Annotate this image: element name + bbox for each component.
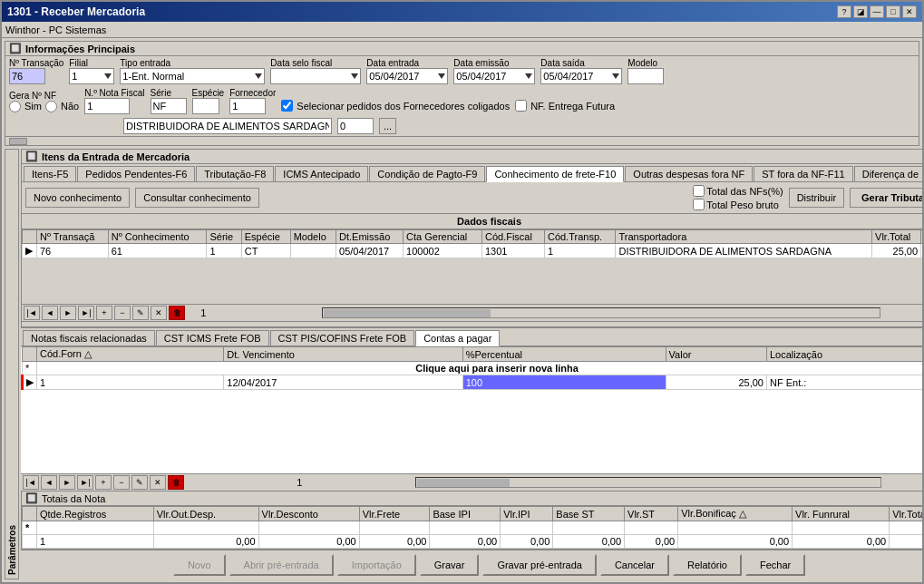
table-row[interactable]: ▶ 76 61 1 CT 05/04/2017 100002: [23, 244, 923, 258]
gravar-pre-button[interactable]: Gravar pré-entrada: [482, 554, 597, 576]
contas-nav-first[interactable]: |◄: [23, 475, 39, 490]
tab-st-fora[interactable]: ST fora da NF-F11: [754, 166, 853, 181]
insert-prompt-row[interactable]: * Clique aqui para inserir nova linha: [23, 362, 923, 375]
data-selo-select[interactable]: [270, 68, 361, 84]
totals-col-vlr-st[interactable]: Vlr.ST: [625, 507, 678, 521]
tab-itens[interactable]: Itens-F5: [24, 166, 76, 181]
col-nr-transacao[interactable]: Nº Transaçã: [37, 230, 109, 244]
total-nfs-check[interactable]: [693, 185, 705, 197]
tab-outras[interactable]: Outras despesas fora NF: [625, 166, 753, 181]
data-emissao-select[interactable]: 05/04/2017: [453, 68, 535, 84]
sub-tab-contas[interactable]: Contas a pagar: [415, 330, 500, 346]
tab-pedidos[interactable]: Pedidos Pendentes-F6: [77, 166, 195, 181]
nav-remove-btn[interactable]: −: [114, 306, 131, 320]
maximize-button[interactable]: □: [886, 5, 900, 18]
contas-grid[interactable]: Cód.Forn △ Dt. Vencimento %Percentual Va…: [21, 346, 922, 473]
totals-col-funrural[interactable]: Vlr. Funrural: [793, 507, 890, 521]
sub-tab-cst-icms[interactable]: CST ICMS Frete FOB: [156, 330, 269, 346]
col-cod-transp[interactable]: Cód.Transp.: [544, 230, 616, 244]
contas-scrollbar-h[interactable]: [415, 477, 882, 488]
restore-button[interactable]: ◪: [853, 5, 868, 18]
contas-cell-percentual[interactable]: 100: [462, 375, 666, 390]
contas-nav-prev[interactable]: ◄: [41, 475, 57, 490]
col-vlr-s[interactable]: Vlr. S: [921, 230, 922, 244]
contas-col-percentual[interactable]: %Percentual: [462, 347, 666, 362]
contas-nav-remove[interactable]: −: [113, 475, 130, 490]
filial-select[interactable]: 1: [69, 68, 114, 84]
importacao-button[interactable]: Importação: [337, 554, 416, 576]
nav-add-btn[interactable]: +: [96, 306, 112, 320]
tab-icms[interactable]: ICMS Antecipado: [275, 166, 368, 181]
sub-tab-cst-pis[interactable]: CST PIS/COFINS Frete FOB: [270, 330, 415, 346]
itens-scrollbar-h[interactable]: [322, 307, 880, 318]
relatorio-button[interactable]: Relatório: [673, 554, 742, 576]
serie-input[interactable]: [151, 98, 187, 114]
distribuidora-input[interactable]: [123, 118, 332, 134]
contas-data-row[interactable]: ▶ 1 12/04/2017 100 25,00 NF Ent.:: [23, 375, 923, 390]
insert-prompt-cell[interactable]: Clique aqui para inserir nova linha: [37, 362, 923, 375]
novo-button[interactable]: Novo: [173, 554, 226, 576]
nav-edit-btn[interactable]: ✎: [132, 306, 149, 320]
nav-delete-btn[interactable]: 🗑: [169, 306, 185, 320]
tab-diferenca[interactable]: Diferença de: [854, 166, 922, 181]
especie-input[interactable]: [192, 98, 219, 114]
col-vlr-total[interactable]: Vlr.Total: [872, 230, 921, 244]
totals-col-desconto[interactable]: Vlr.Desconto: [258, 507, 359, 521]
col-dt-emissao[interactable]: Dt.Emissão: [336, 230, 404, 244]
totals-col-base-st[interactable]: Base ST: [553, 507, 625, 521]
distribuidora-id-input[interactable]: [337, 118, 374, 134]
nr-nota-input[interactable]: [84, 98, 130, 114]
help-button[interactable]: ?: [837, 5, 851, 18]
contas-nav-next[interactable]: ►: [59, 475, 75, 490]
contas-nav-add[interactable]: +: [95, 475, 112, 490]
data-saida-select[interactable]: 05/04/2017: [540, 68, 622, 84]
col-nr-conhecimento[interactable]: Nº Conhecimento: [108, 230, 207, 244]
totals-col-vlr-ipi[interactable]: Vlr.IPI: [501, 507, 553, 521]
distribuir-btn[interactable]: Distribuir: [789, 188, 844, 208]
minimize-button[interactable]: —: [870, 5, 884, 18]
col-transportadora[interactable]: Transportadora: [616, 230, 872, 244]
modelo-input[interactable]: [627, 68, 664, 84]
contas-nav-cancel[interactable]: ✕: [150, 475, 166, 490]
cancelar-button[interactable]: Cancelar: [600, 554, 669, 576]
nr-transacao-input[interactable]: [9, 68, 45, 84]
nav-last-btn[interactable]: ►|: [78, 306, 94, 320]
h-scrollbar-info[interactable]: [5, 136, 919, 145]
sim-radio[interactable]: [9, 101, 21, 112]
consultar-conhecimento-btn[interactable]: Consultar conhecimento: [135, 188, 259, 208]
contas-nav-delete[interactable]: 🗑: [168, 475, 184, 490]
col-cta-gerencial[interactable]: Cta Gerencial: [404, 230, 482, 244]
contas-col-dt-venc[interactable]: Dt. Vencimento: [224, 347, 462, 362]
gravar-button[interactable]: Gravar: [420, 554, 480, 576]
selecionar-check[interactable]: [281, 100, 293, 112]
totals-col-bonificacao[interactable]: Vlr.Bonificaç △: [678, 507, 793, 521]
nav-prev-btn[interactable]: ◄: [42, 306, 58, 320]
tipo-entrada-select[interactable]: 1-Ent. Normal: [120, 68, 265, 84]
totals-col-out-desp[interactable]: Vlr.Out.Desp.: [153, 507, 258, 521]
col-serie[interactable]: Série: [207, 230, 241, 244]
contas-nav-edit[interactable]: ✎: [131, 475, 148, 490]
nf-entrega-check[interactable]: [515, 100, 527, 112]
totals-col-frete[interactable]: Vlr.Frete: [359, 507, 430, 521]
nao-radio[interactable]: [45, 101, 57, 112]
nav-next-btn[interactable]: ►: [60, 306, 76, 320]
contas-col-cod-forn[interactable]: Cód.Forn △: [37, 347, 224, 362]
totals-col-base-ipi[interactable]: Base IPI: [430, 507, 501, 521]
nav-cancel-btn[interactable]: ✕: [151, 306, 167, 320]
params-tab[interactable]: Parâmetros: [5, 149, 19, 579]
nav-first-btn[interactable]: |◄: [24, 306, 40, 320]
fornecedor-input[interactable]: [229, 98, 266, 114]
fechar-button[interactable]: Fechar: [745, 554, 805, 576]
sub-tab-notas[interactable]: Notas fiscais relacionadas: [23, 330, 155, 346]
tab-conhecimento[interactable]: Conhecimento de frete-F10: [486, 166, 624, 182]
contas-col-valor[interactable]: Valor: [666, 347, 766, 362]
novo-conhecimento-btn[interactable]: Novo conhecimento: [25, 188, 130, 208]
data-entrada-select[interactable]: 05/04/2017: [366, 68, 448, 84]
totals-col-vlr-total[interactable]: Vlr.Total: [890, 507, 922, 521]
contas-nav-last[interactable]: ►|: [77, 475, 93, 490]
col-cod-fiscal[interactable]: Cód.Fiscal: [481, 230, 544, 244]
gerar-tributacao-btn[interactable]: Gerar Tributação: [850, 188, 922, 208]
tab-tributacao[interactable]: Tributação-F8: [196, 166, 274, 181]
abrir-button[interactable]: Abrir pré-entrada: [229, 554, 334, 576]
contas-col-localizacao[interactable]: Localização: [766, 347, 922, 362]
